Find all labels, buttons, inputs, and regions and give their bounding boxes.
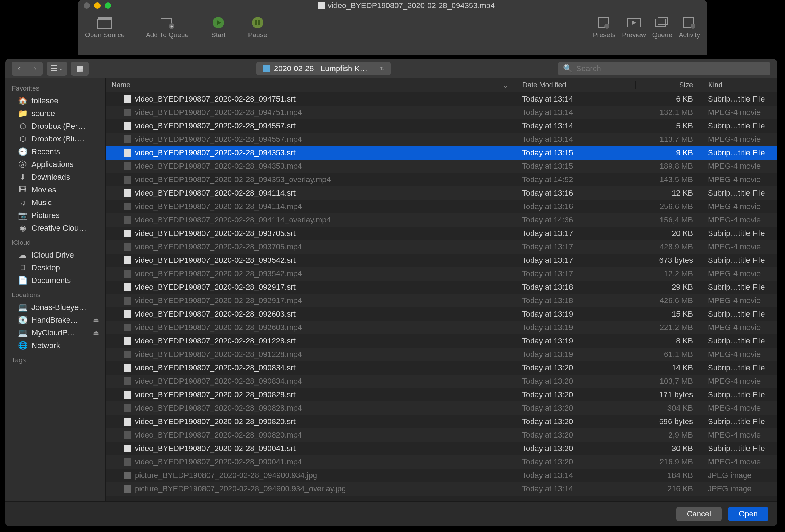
eject-icon[interactable]: ⏏ [93, 329, 99, 337]
file-row[interactable]: video_BYEDP190807_2020-02-28_094114.mp4T… [106, 200, 777, 213]
file-row[interactable]: video_BYEDP190807_2020-02-28_094751.srtT… [106, 92, 777, 106]
file-row[interactable]: video_BYEDP190807_2020-02-28_090041.srtT… [106, 442, 777, 455]
sidebar-item[interactable]: ◉Creative Clou… [5, 222, 105, 235]
sidebar-item[interactable]: ⒶApplications [5, 158, 105, 171]
file-row[interactable]: video_BYEDP190807_2020-02-28_090834.mp4T… [106, 375, 777, 388]
mp4-file-icon [124, 203, 131, 210]
search-box[interactable]: 🔍 [558, 62, 770, 75]
column-size[interactable]: Size [635, 81, 701, 89]
group-button[interactable]: ▦ [71, 62, 89, 76]
search-input[interactable] [576, 64, 766, 73]
view-mode-button[interactable]: ☰ ⌄ [47, 62, 67, 76]
file-size: 20 KB [635, 229, 701, 238]
sidebar-item[interactable]: ⬇Downloads [5, 171, 105, 184]
file-row[interactable]: video_BYEDP190807_2020-02-28_090834.srtT… [106, 361, 777, 375]
start-button[interactable]: Start [210, 16, 227, 39]
clock-icon: 🕘 [18, 148, 27, 156]
sidebar-item[interactable]: 🖥Desktop [5, 261, 105, 274]
sidebar-item[interactable]: ⬡Dropbox (Blu… [5, 133, 105, 145]
sidebar-item[interactable]: 💽HandBrake…⏏ [5, 314, 105, 326]
file-row[interactable]: video_BYEDP190807_2020-02-28_090820.mp4T… [106, 428, 777, 442]
nav-forward-button[interactable]: › [27, 62, 43, 76]
open-button[interactable]: Open [728, 507, 768, 521]
file-kind: Subrip…title File [701, 390, 777, 399]
sidebar-item[interactable]: 📄Documents [5, 274, 105, 287]
open-source-button[interactable]: Open Source [85, 16, 125, 39]
sidebar-item[interactable]: 💻MyCloudP…⏏ [5, 326, 105, 339]
sidebar-item[interactable]: 📷Pictures [5, 209, 105, 222]
queue-button[interactable]: Queue [652, 16, 672, 39]
minimize-window-button[interactable] [94, 2, 101, 9]
add-to-queue-button[interactable]: + Add To Queue [146, 16, 189, 39]
svg-rect-1 [98, 17, 112, 20]
sidebar-item[interactable]: 🏠follesoe [5, 94, 105, 107]
activity-button[interactable]: i Activity [679, 16, 700, 39]
file-row[interactable]: video_BYEDP190807_2020-02-28_094114_over… [106, 213, 777, 227]
sidebar-item[interactable]: ☁iCloud Drive [5, 249, 105, 261]
close-window-button[interactable] [84, 2, 90, 9]
file-row[interactable]: video_BYEDP190807_2020-02-28_094353_over… [106, 173, 777, 186]
file-row[interactable]: video_BYEDP190807_2020-02-28_090828.srtT… [106, 388, 777, 401]
file-area: Name⌄ Date Modified Size Kind video_BYED… [106, 78, 777, 501]
file-row[interactable]: video_BYEDP190807_2020-02-28_090828.mp4T… [106, 401, 777, 415]
sidebar-item[interactable]: ⬡Dropbox (Per… [5, 120, 105, 133]
file-row[interactable]: video_BYEDP190807_2020-02-28_092603.mp4T… [106, 321, 777, 334]
maximize-window-button[interactable] [105, 2, 111, 9]
file-row[interactable]: video_BYEDP190807_2020-02-28_094114.srtT… [106, 186, 777, 200]
preview-button[interactable]: Preview [622, 16, 646, 39]
file-row[interactable]: video_BYEDP190807_2020-02-28_090820.srtT… [106, 415, 777, 428]
file-list[interactable]: video_BYEDP190807_2020-02-28_094751.srtT… [106, 92, 777, 501]
file-row[interactable]: video_BYEDP190807_2020-02-28_094751.mp4T… [106, 106, 777, 119]
sidebar-item[interactable]: ♫Music [5, 196, 105, 209]
file-date: Today at 13:14 [515, 94, 635, 104]
file-size: 428,9 MB [635, 242, 701, 251]
file-row[interactable]: video_BYEDP190807_2020-02-28_094557.mp4T… [106, 133, 777, 146]
file-kind: Subrip…title File [701, 336, 777, 346]
file-row[interactable]: video_BYEDP190807_2020-02-28_093542.mp4T… [106, 267, 777, 281]
file-date: Today at 13:14 [515, 471, 635, 480]
cancel-button[interactable]: Cancel [676, 507, 722, 521]
file-name: video_BYEDP190807_2020-02-28_091228.mp4 [135, 350, 302, 359]
file-row[interactable]: picture_BYEDP190807_2020-02-28_094900.93… [106, 469, 777, 482]
column-kind[interactable]: Kind [701, 81, 777, 89]
file-row[interactable]: video_BYEDP190807_2020-02-28_092917.mp4T… [106, 294, 777, 307]
presets-button[interactable]: Presets [593, 16, 615, 39]
pause-button[interactable]: Pause [248, 16, 267, 39]
srt-file-icon [124, 256, 131, 264]
sidebar-item[interactable]: 🕘Recents [5, 145, 105, 158]
file-row[interactable]: video_BYEDP190807_2020-02-28_093705.srtT… [106, 227, 777, 240]
file-name: video_BYEDP190807_2020-02-28_094353.mp4 [135, 162, 302, 171]
file-row[interactable]: video_BYEDP190807_2020-02-28_091228.srtT… [106, 334, 777, 348]
file-row[interactable]: video_BYEDP190807_2020-02-28_093542.srtT… [106, 254, 777, 267]
file-row[interactable]: video_BYEDP190807_2020-02-28_092917.srtT… [106, 281, 777, 294]
file-name: video_BYEDP190807_2020-02-28_094353.srt [135, 148, 296, 157]
mp4-file-icon [124, 216, 131, 224]
file-row[interactable]: video_BYEDP190807_2020-02-28_094353.mp4T… [106, 160, 777, 173]
sidebar-item[interactable]: 🎞Movies [5, 184, 105, 196]
file-date: Today at 13:19 [515, 323, 635, 332]
file-kind: Subrip…title File [701, 229, 777, 238]
file-row[interactable]: video_BYEDP190807_2020-02-28_094353.srtT… [106, 146, 777, 160]
column-date[interactable]: Date Modified [515, 81, 635, 89]
file-kind: MPEG-4 movie [701, 215, 777, 225]
file-row[interactable]: video_BYEDP190807_2020-02-28_090041.mp4T… [106, 455, 777, 469]
file-row[interactable]: video_BYEDP190807_2020-02-28_094557.srtT… [106, 119, 777, 133]
sidebar-item-label: Creative Clou… [31, 224, 86, 233]
eject-icon[interactable]: ⏏ [93, 316, 99, 324]
file-row[interactable]: video_BYEDP190807_2020-02-28_093705.mp4T… [106, 240, 777, 254]
file-date: Today at 13:15 [515, 162, 635, 171]
file-row[interactable]: video_BYEDP190807_2020-02-28_092603.srtT… [106, 307, 777, 321]
sidebar-item[interactable]: 🌐Network [5, 339, 105, 352]
file-name: video_BYEDP190807_2020-02-28_092603.srt [135, 310, 296, 319]
traffic-lights [84, 2, 111, 9]
file-date: Today at 13:20 [515, 404, 635, 413]
column-name[interactable]: Name⌄ [106, 81, 515, 89]
path-dropdown[interactable]: 2020-02-28 - Lumpfish K… ⇅ [256, 62, 391, 75]
srt-file-icon [124, 391, 131, 399]
sidebar-item[interactable]: 💻Jonas-Blueye… [5, 301, 105, 314]
file-row[interactable]: video_BYEDP190807_2020-02-28_091228.mp4T… [106, 348, 777, 361]
sidebar-item[interactable]: 📁source [5, 107, 105, 120]
file-row[interactable]: picture_BYEDP190807_2020-02-28_094900.93… [106, 482, 777, 496]
icloud-header: iCloud [5, 237, 105, 249]
nav-back-button[interactable]: ‹ [12, 62, 27, 76]
